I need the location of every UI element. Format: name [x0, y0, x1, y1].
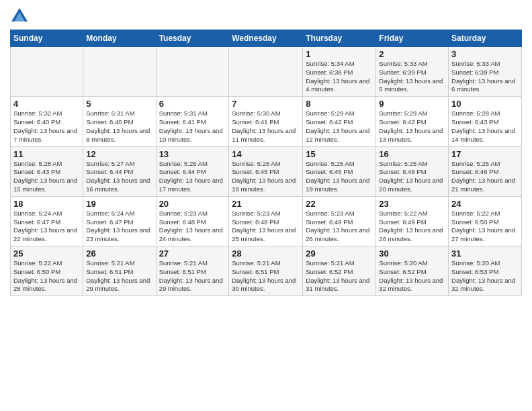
day-number: 4 [13, 99, 80, 109]
calendar-cell: 14Sunrise: 5:26 AM Sunset: 6:45 PM Dayli… [229, 146, 303, 196]
day-number: 10 [451, 99, 519, 109]
day-number: 25 [13, 248, 80, 259]
calendar-cell: 30Sunrise: 5:20 AM Sunset: 6:52 PM Dayli… [376, 246, 449, 296]
calendar: SundayMondayTuesdayWednesdayThursdayFrid… [10, 30, 522, 296]
day-number: 27 [159, 248, 226, 259]
calendar-cell: 8Sunrise: 5:29 AM Sunset: 6:42 PM Daylig… [303, 97, 376, 146]
logo [10, 7, 32, 26]
day-info: Sunrise: 5:22 AM Sunset: 6:49 PM Dayligh… [379, 210, 445, 244]
week-row-4: 18Sunrise: 5:24 AM Sunset: 6:47 PM Dayli… [11, 196, 522, 246]
day-info: Sunrise: 5:31 AM Sunset: 6:40 PM Dayligh… [86, 109, 152, 144]
day-number: 17 [451, 149, 519, 159]
weekday-header-wednesday: Wednesday [229, 30, 303, 47]
day-number: 2 [379, 49, 445, 59]
day-info: Sunrise: 5:23 AM Sunset: 6:48 PM Dayligh… [232, 210, 300, 244]
day-info: Sunrise: 5:32 AM Sunset: 6:40 PM Dayligh… [13, 109, 80, 144]
calendar-cell: 26Sunrise: 5:21 AM Sunset: 6:51 PM Dayli… [83, 246, 156, 296]
day-number: 30 [379, 248, 445, 259]
day-info: Sunrise: 5:21 AM Sunset: 6:51 PM Dayligh… [86, 259, 152, 293]
calendar-cell: 16Sunrise: 5:25 AM Sunset: 6:46 PM Dayli… [376, 146, 449, 196]
calendar-cell: 11Sunrise: 5:28 AM Sunset: 6:43 PM Dayli… [11, 146, 83, 196]
day-number: 15 [306, 149, 373, 159]
calendar-cell: 17Sunrise: 5:25 AM Sunset: 6:46 PM Dayli… [449, 146, 522, 196]
day-number: 24 [451, 199, 519, 209]
calendar-cell: 19Sunrise: 5:24 AM Sunset: 6:47 PM Dayli… [83, 196, 156, 246]
calendar-cell [83, 47, 156, 97]
calendar-cell: 20Sunrise: 5:23 AM Sunset: 6:48 PM Dayli… [156, 196, 229, 246]
day-info: Sunrise: 5:29 AM Sunset: 6:42 PM Dayligh… [379, 109, 445, 144]
day-info: Sunrise: 5:26 AM Sunset: 6:44 PM Dayligh… [159, 160, 226, 194]
calendar-cell: 15Sunrise: 5:25 AM Sunset: 6:45 PM Dayli… [303, 146, 376, 196]
calendar-cell: 28Sunrise: 5:21 AM Sunset: 6:51 PM Dayli… [229, 246, 303, 296]
calendar-cell: 4Sunrise: 5:32 AM Sunset: 6:40 PM Daylig… [11, 97, 83, 146]
day-info: Sunrise: 5:30 AM Sunset: 6:41 PM Dayligh… [232, 109, 300, 144]
day-info: Sunrise: 5:20 AM Sunset: 6:53 PM Dayligh… [451, 259, 519, 293]
day-info: Sunrise: 5:33 AM Sunset: 6:39 PM Dayligh… [379, 60, 445, 94]
day-info: Sunrise: 5:26 AM Sunset: 6:45 PM Dayligh… [232, 160, 300, 194]
day-info: Sunrise: 5:31 AM Sunset: 6:41 PM Dayligh… [159, 109, 226, 144]
calendar-cell: 25Sunrise: 5:22 AM Sunset: 6:50 PM Dayli… [11, 246, 83, 296]
week-row-1: 1Sunrise: 5:34 AM Sunset: 6:38 PM Daylig… [11, 47, 522, 97]
calendar-cell: 6Sunrise: 5:31 AM Sunset: 6:41 PM Daylig… [156, 97, 229, 146]
day-number: 14 [232, 149, 300, 159]
day-info: Sunrise: 5:29 AM Sunset: 6:42 PM Dayligh… [306, 109, 373, 144]
calendar-cell: 1Sunrise: 5:34 AM Sunset: 6:38 PM Daylig… [303, 47, 376, 97]
calendar-cell: 7Sunrise: 5:30 AM Sunset: 6:41 PM Daylig… [229, 97, 303, 146]
calendar-cell: 10Sunrise: 5:28 AM Sunset: 6:43 PM Dayli… [449, 97, 522, 146]
week-row-2: 4Sunrise: 5:32 AM Sunset: 6:40 PM Daylig… [11, 97, 522, 146]
day-number: 12 [86, 149, 152, 159]
day-number: 18 [13, 199, 80, 209]
day-info: Sunrise: 5:24 AM Sunset: 6:47 PM Dayligh… [13, 210, 80, 244]
day-number: 5 [86, 99, 152, 109]
calendar-cell [11, 47, 83, 97]
day-info: Sunrise: 5:21 AM Sunset: 6:51 PM Dayligh… [159, 259, 226, 293]
day-number: 31 [451, 248, 519, 259]
day-info: Sunrise: 5:28 AM Sunset: 6:43 PM Dayligh… [451, 109, 519, 144]
calendar-cell: 12Sunrise: 5:27 AM Sunset: 6:44 PM Dayli… [83, 146, 156, 196]
day-number: 6 [159, 99, 226, 109]
calendar-cell [229, 47, 303, 97]
calendar-cell: 2Sunrise: 5:33 AM Sunset: 6:39 PM Daylig… [376, 47, 449, 97]
calendar-cell: 13Sunrise: 5:26 AM Sunset: 6:44 PM Dayli… [156, 146, 229, 196]
day-number: 13 [159, 149, 226, 159]
day-info: Sunrise: 5:25 AM Sunset: 6:46 PM Dayligh… [379, 160, 445, 194]
day-info: Sunrise: 5:20 AM Sunset: 6:52 PM Dayligh… [379, 259, 445, 293]
week-row-3: 11Sunrise: 5:28 AM Sunset: 6:43 PM Dayli… [11, 146, 522, 196]
calendar-cell: 24Sunrise: 5:22 AM Sunset: 6:50 PM Dayli… [449, 196, 522, 246]
header [10, 7, 522, 26]
calendar-cell [156, 47, 229, 97]
calendar-cell: 29Sunrise: 5:21 AM Sunset: 6:52 PM Dayli… [303, 246, 376, 296]
calendar-cell: 3Sunrise: 5:33 AM Sunset: 6:39 PM Daylig… [449, 47, 522, 97]
day-number: 21 [232, 199, 300, 209]
day-info: Sunrise: 5:21 AM Sunset: 6:51 PM Dayligh… [232, 259, 300, 293]
calendar-cell: 9Sunrise: 5:29 AM Sunset: 6:42 PM Daylig… [376, 97, 449, 146]
day-info: Sunrise: 5:21 AM Sunset: 6:52 PM Dayligh… [306, 259, 373, 293]
calendar-cell: 18Sunrise: 5:24 AM Sunset: 6:47 PM Dayli… [11, 196, 83, 246]
weekday-header-sunday: Sunday [11, 30, 83, 47]
day-info: Sunrise: 5:34 AM Sunset: 6:38 PM Dayligh… [306, 60, 373, 94]
calendar-cell: 31Sunrise: 5:20 AM Sunset: 6:53 PM Dayli… [449, 246, 522, 296]
day-info: Sunrise: 5:27 AM Sunset: 6:44 PM Dayligh… [86, 160, 152, 194]
page: SundayMondayTuesdayWednesdayThursdayFrid… [0, 0, 532, 411]
weekday-header-friday: Friday [376, 30, 449, 47]
day-info: Sunrise: 5:25 AM Sunset: 6:46 PM Dayligh… [451, 160, 519, 194]
day-info: Sunrise: 5:24 AM Sunset: 6:47 PM Dayligh… [86, 210, 152, 244]
day-info: Sunrise: 5:25 AM Sunset: 6:45 PM Dayligh… [306, 160, 373, 194]
day-number: 23 [379, 199, 445, 209]
day-number: 26 [86, 248, 152, 259]
weekday-header-monday: Monday [83, 30, 156, 47]
day-info: Sunrise: 5:22 AM Sunset: 6:50 PM Dayligh… [13, 259, 80, 293]
day-number: 1 [306, 49, 373, 59]
day-number: 20 [159, 199, 226, 209]
calendar-cell: 23Sunrise: 5:22 AM Sunset: 6:49 PM Dayli… [376, 196, 449, 246]
day-info: Sunrise: 5:33 AM Sunset: 6:39 PM Dayligh… [451, 60, 519, 94]
calendar-cell: 21Sunrise: 5:23 AM Sunset: 6:48 PM Dayli… [229, 196, 303, 246]
day-number: 11 [13, 149, 80, 159]
day-info: Sunrise: 5:23 AM Sunset: 6:49 PM Dayligh… [306, 210, 373, 244]
week-row-5: 25Sunrise: 5:22 AM Sunset: 6:50 PM Dayli… [11, 246, 522, 296]
day-number: 29 [306, 248, 373, 259]
day-number: 19 [86, 199, 152, 209]
day-number: 8 [306, 99, 373, 109]
day-number: 28 [232, 248, 300, 259]
day-number: 16 [379, 149, 445, 159]
